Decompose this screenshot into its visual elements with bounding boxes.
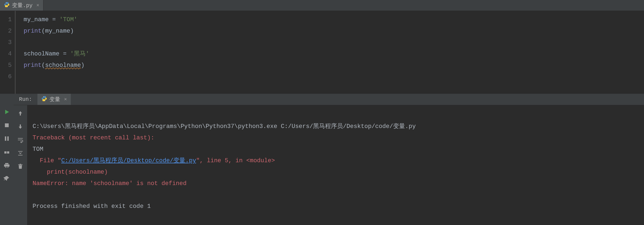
layout-icon[interactable] (4, 149, 10, 155)
code-line[interactable] (20, 37, 644, 48)
scroll-up-icon[interactable] (17, 110, 24, 117)
code-line[interactable]: schoolName = '黑马' (20, 48, 644, 60)
svg-rect-2 (5, 123, 9, 127)
close-icon[interactable]: × (36, 3, 39, 8)
line-number: 1 (0, 14, 12, 26)
pin-icon[interactable] (4, 175, 10, 182)
console-toolbar (14, 105, 27, 225)
run-tab[interactable]: 变量 × (37, 94, 71, 105)
code-line[interactable] (20, 71, 644, 83)
code-line[interactable]: print(my_name) (20, 26, 644, 37)
pause-icon[interactable] (4, 135, 10, 142)
print-icon[interactable] (4, 162, 10, 168)
svg-point-8 (45, 100, 45, 101)
run-header: Run: 变量 × (14, 94, 644, 105)
stdout-line: TOM (33, 146, 43, 153)
file-tab-label: 变量.py (12, 2, 33, 9)
editor-tab-bar: 变量.py × (0, 0, 644, 11)
line-number: 2 (0, 26, 12, 37)
code-line[interactable]: print(schoolname) (20, 60, 644, 71)
svg-point-7 (43, 96, 44, 97)
trash-icon[interactable] (17, 163, 24, 170)
run-label: Run: (14, 96, 37, 102)
error-message: NameError: name 'schoolname' is not defi… (33, 180, 187, 187)
code-line[interactable]: my_name = 'TOM' (20, 14, 644, 26)
line-number: 5 (0, 60, 12, 71)
code-editor[interactable]: 1 2 3 4 5 6 my_name = 'TOM' print(my_nam… (0, 11, 644, 94)
svg-rect-4 (7, 136, 9, 141)
code-body[interactable]: my_name = 'TOM' print(my_name) schoolNam… (15, 11, 644, 94)
python-file-icon (41, 96, 47, 103)
console-line: C:\Users\黑马程序员\AppData\Local\Programs\Py… (33, 123, 416, 130)
traceback-code: print(schoolname) (33, 169, 108, 176)
run-icon[interactable] (4, 109, 10, 115)
scroll-to-end-icon[interactable] (17, 150, 24, 157)
scroll-down-icon[interactable] (17, 123, 24, 130)
traceback-header: Traceback (most recent call last): (33, 135, 154, 141)
svg-rect-6 (7, 151, 9, 154)
soft-wrap-icon[interactable] (17, 137, 24, 143)
line-number-gutter: 1 2 3 4 5 6 (0, 11, 15, 94)
close-icon[interactable]: × (64, 97, 67, 102)
process-finish-line: Process finished with exit code 1 (33, 203, 151, 210)
line-number: 6 (0, 71, 12, 83)
svg-point-0 (6, 2, 6, 3)
svg-rect-5 (4, 151, 7, 154)
console-output[interactable]: C:\Users\黑马程序员\AppData\Local\Programs\Py… (27, 105, 644, 225)
file-link[interactable]: C:/Users/黑马程序员/Desktop/code/变量.py (61, 157, 196, 164)
svg-point-1 (7, 6, 8, 7)
line-number: 3 (0, 37, 12, 48)
run-side-toolbar (0, 94, 14, 225)
traceback-file: File "C:/Users/黑马程序员/Desktop/code/变量.py"… (33, 157, 275, 164)
file-tab[interactable]: 变量.py × (0, 0, 43, 11)
python-file-icon (4, 2, 10, 9)
run-tab-label: 变量 (49, 96, 60, 103)
svg-rect-3 (5, 136, 6, 141)
stop-icon[interactable] (4, 122, 10, 129)
line-number: 4 (0, 48, 12, 60)
